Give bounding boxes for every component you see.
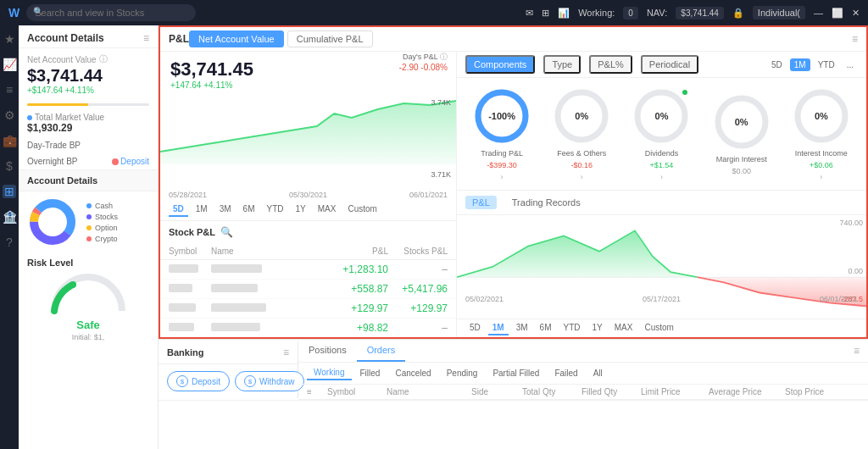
opt-1m[interactable]: 1M: [790, 58, 810, 71]
fees-value: -$0.16: [571, 161, 593, 169]
sidebar-item-grid-active[interactable]: ⊞: [3, 185, 16, 198]
withdraw-button[interactable]: $ Withdraw: [235, 371, 304, 391]
pl-time-6m[interactable]: 6M: [239, 202, 259, 217]
tab-type[interactable]: Type: [543, 55, 581, 74]
pl-time-5d[interactable]: 5D: [169, 202, 188, 217]
interest-label: Interest Income: [795, 149, 848, 158]
y-zero: 0.00: [848, 267, 863, 275]
tr-time-5d[interactable]: 5D: [465, 321, 485, 335]
sidebar-item-settings[interactable]: ⚙: [3, 108, 16, 122]
sub-tab-filled[interactable]: Filled: [353, 367, 387, 380]
topbar: W 🔍 ✉ ⊞ 📊 Working: 0 NAV: $3,741.44 🔒 In…: [0, 0, 868, 25]
sub-tab-working[interactable]: Working: [307, 366, 352, 380]
fees-arrow[interactable]: ›: [581, 173, 583, 181]
donut-chart: [27, 197, 78, 247]
pl-time-ytd[interactable]: YTD: [263, 202, 288, 217]
trading-chart-dates: 05/02/2021 05/17/2021 06/01/2021: [457, 295, 866, 303]
opt-5d[interactable]: 5D: [767, 58, 787, 71]
sub-tab-canceled[interactable]: Canceled: [388, 367, 437, 380]
pl-time-custom[interactable]: Custom: [343, 202, 381, 217]
sidebar-item-bank[interactable]: 🏦: [3, 210, 16, 224]
interest-arrow[interactable]: ›: [820, 173, 822, 181]
banking-menu-icon[interactable]: ≡: [283, 346, 289, 358]
dividends-pct: 0%: [655, 111, 669, 121]
tr-time-1y[interactable]: 1Y: [588, 321, 607, 335]
trading-tab-records[interactable]: Trading Records: [505, 196, 587, 209]
stock-pl-title: Stock P&L: [169, 227, 215, 237]
table-row: +558.87 +5,417.96: [160, 280, 456, 299]
opt-more[interactable]: ...: [843, 58, 858, 71]
tab-cumulative-pl[interactable]: Cumulative P&L: [287, 30, 373, 47]
component-margin-interest: 0% Margin Interest $0.00: [712, 92, 771, 175]
tab-orders[interactable]: Orders: [357, 340, 406, 362]
tr-time-ytd[interactable]: YTD: [559, 321, 585, 335]
dividends-arrow[interactable]: ›: [660, 173, 663, 181]
trading-pl-pct: -100%: [488, 111, 515, 121]
trading-pl-arrow[interactable]: ›: [501, 173, 504, 181]
trading-pl-label: Trading P&L: [481, 149, 523, 158]
sub-tab-failed[interactable]: Failed: [548, 367, 584, 380]
account-section-title: Account Details: [27, 175, 97, 186]
nav-label: NAV:: [647, 8, 667, 18]
col-header-stocks-pl: Stocks P&L: [388, 247, 448, 256]
orders-menu-icon[interactable]: ≡: [845, 340, 868, 362]
sidebar-item-chart[interactable]: 📈: [3, 58, 16, 71]
chart-icon[interactable]: 📊: [558, 8, 570, 19]
banking-actions: $ Deposit $ Withdraw: [159, 364, 298, 398]
tr-time-max[interactable]: MAX: [610, 321, 637, 335]
close-icon[interactable]: ✕: [852, 8, 860, 19]
pl-main-changes: +147.64 +4.11%: [170, 80, 446, 90]
net-account-change: +$147.64 +4.11%: [27, 86, 149, 95]
sub-tab-all[interactable]: All: [587, 367, 609, 380]
tab-pl-pct[interactable]: P&L%: [589, 55, 632, 74]
orders-section: Positions Orders ≡ Working Filled Cancel…: [298, 340, 868, 400]
pl-value: +558.87: [329, 283, 388, 295]
pl-time-1m[interactable]: 1M: [192, 202, 212, 217]
pl-time-1y[interactable]: 1Y: [292, 202, 310, 217]
sub-tab-pending[interactable]: Pending: [440, 367, 485, 380]
sidebar-item-dollar[interactable]: $: [3, 159, 16, 173]
search-input[interactable]: [26, 4, 196, 21]
symbol-blurred: [169, 263, 211, 275]
col-side-header: Side: [471, 387, 522, 396]
pl-time-max[interactable]: MAX: [314, 202, 341, 217]
pl-time-tabs: 5D 1M 3M 6M YTD 1Y MAX Custom: [160, 199, 456, 220]
envelope-icon[interactable]: ✉: [526, 8, 533, 19]
name-blurred: [211, 302, 329, 314]
dividends-value: +$1.54: [650, 161, 674, 169]
svg-point-5: [70, 281, 76, 288]
pl-menu-icon[interactable]: ≡: [852, 33, 858, 45]
tr-time-3m[interactable]: 3M: [512, 321, 532, 335]
pl-time-3m[interactable]: 3M: [215, 202, 236, 217]
tab-net-account-value[interactable]: Net Account Value: [189, 30, 284, 47]
sidebar-item-star[interactable]: ★: [3, 32, 16, 46]
tab-positions[interactable]: Positions: [298, 340, 357, 362]
market-value-amount: $1,930.29: [27, 122, 149, 134]
deposit-button[interactable]: Deposit: [112, 157, 149, 166]
stock-search-icon[interactable]: 🔍: [220, 226, 233, 238]
tr-time-custom[interactable]: Custom: [640, 321, 677, 335]
opt-ytd[interactable]: YTD: [814, 58, 839, 71]
working-count: 0: [623, 7, 638, 19]
tab-periodical[interactable]: Periodical: [641, 55, 698, 74]
sub-tab-partial-filled[interactable]: Partial Filled: [486, 367, 546, 380]
banking-header: Banking ≡: [159, 341, 298, 364]
sidebar-item-portfolio[interactable]: 💼: [3, 134, 16, 147]
tr-time-1m[interactable]: 1M: [488, 321, 509, 335]
risk-gauge-area: Safe Initial: $1,: [27, 273, 149, 341]
grid-icon[interactable]: ⊞: [542, 8, 549, 19]
account-section-header: Account Details: [19, 169, 158, 191]
trading-tab-pl[interactable]: P&L: [465, 196, 497, 209]
tr-time-6m[interactable]: 6M: [536, 321, 556, 335]
main-content: P&L Net Account Value Cumulative P&L ≡ $…: [159, 25, 868, 449]
tab-components[interactable]: Components: [465, 55, 535, 74]
pl-panel-header: P&L Net Account Value Cumulative P&L ≡: [160, 27, 866, 52]
sidebar-item-help[interactable]: ?: [3, 236, 16, 249]
maximize-icon[interactable]: ⬜: [832, 8, 843, 19]
account-menu-icon[interactable]: ≡: [143, 32, 149, 44]
col-header-name: Name: [211, 247, 329, 256]
symbol-blurred: [169, 302, 211, 314]
minimize-icon[interactable]: —: [814, 8, 823, 18]
deposit-button[interactable]: $ Deposit: [167, 371, 230, 391]
sidebar-item-layers[interactable]: ≡: [3, 83, 16, 97]
